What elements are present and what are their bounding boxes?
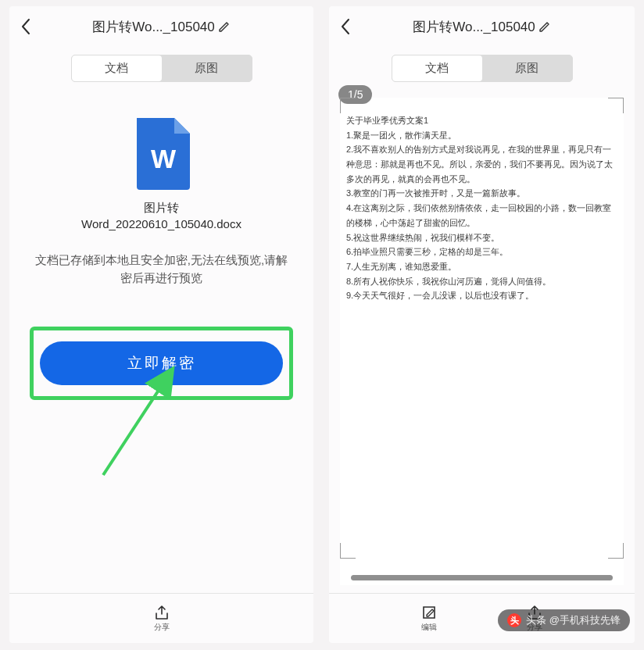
main-content: W 图片转 Word_20220610_105040.docx 文档已存储到本地… — [9, 85, 313, 593]
filename: 图片转 Word_20220610_105040.docx — [28, 199, 295, 232]
segment-control: 文档 原图 — [392, 55, 573, 82]
crop-corner — [340, 543, 356, 559]
crop-corner — [340, 98, 356, 113]
page-title: 图片转Wo..._105040 — [92, 18, 215, 36]
segment-control: 文档 原图 — [71, 55, 252, 82]
doc-line: 关于毕业季优秀文案1 — [346, 113, 617, 128]
doc-line: 3.教室的门再一次被推开时，又是一篇新故事。 — [346, 186, 617, 201]
right-screen: 图片转Wo..._105040 文档 原图 1/5 关于毕业季优秀文案11.聚是… — [329, 6, 635, 643]
doc-line: 9.今天天气很好，一会儿没课，以后也没有课了。 — [346, 288, 617, 303]
crop-corner — [608, 543, 624, 559]
scrollbar[interactable] — [351, 575, 613, 580]
doc-line: 6.拍毕业照只需要三秒，定格的却是三年。 — [346, 245, 617, 259]
doc-line: 4.在这离别之际，我们依然别情依依，走一回校园的小路，数一回教室的楼梯，心中荡起… — [346, 201, 617, 230]
tab-document[interactable]: 文档 — [72, 55, 162, 81]
tab-original[interactable]: 原图 — [162, 55, 252, 81]
bottom-bar: 分享 — [9, 593, 313, 643]
edit-button[interactable]: 编辑 — [420, 604, 438, 633]
watermark: 头 头条 @手机科技先锋 — [498, 609, 630, 631]
doc-line: 7.人生无别离，谁知恩爱重。 — [346, 259, 617, 274]
doc-line: 1.聚是一团火，散作满天星。 — [346, 128, 617, 143]
word-file-icon: W — [131, 118, 193, 190]
header: 图片转Wo..._105040 — [329, 6, 635, 47]
svg-text:W: W — [150, 144, 176, 173]
tab-document[interactable]: 文档 — [392, 55, 482, 81]
document-preview[interactable]: 1/5 关于毕业季优秀文案11.聚是一团火，散作满天星。2.我不喜欢别人的告别方… — [340, 98, 624, 585]
header: 图片转Wo..._105040 — [9, 6, 313, 47]
info-message: 文档已存储到本地且安全加密,无法在线预览,请解 密后再进行预览 — [28, 251, 295, 288]
edit-title-icon[interactable] — [538, 20, 551, 33]
doc-line: 8.所有人祝你快乐，我祝你山河历遍，觉得人间值得。 — [346, 274, 617, 289]
back-button[interactable] — [340, 18, 354, 35]
doc-line: 2.我不喜欢别人的告别方式是对我说再见，在我的世界里，再见只有一种意思：那就是再… — [346, 142, 617, 186]
back-button[interactable] — [20, 18, 34, 35]
highlight-annotation: 立即解密 — [30, 327, 293, 400]
watermark-icon: 头 — [507, 613, 521, 627]
share-button[interactable]: 分享 — [153, 604, 170, 633]
edit-title-icon[interactable] — [218, 20, 231, 33]
page-title: 图片转Wo..._105040 — [413, 18, 535, 36]
crop-corner — [608, 98, 624, 113]
document-text: 关于毕业季优秀文案11.聚是一团火，散作满天星。2.我不喜欢别人的告别方式是对我… — [340, 98, 624, 309]
tab-original[interactable]: 原图 — [482, 55, 572, 81]
left-screen: 图片转Wo..._105040 文档 原图 W 图片转 Word_20220 — [9, 6, 313, 643]
decrypt-button[interactable]: 立即解密 — [40, 341, 283, 385]
doc-line: 5.祝这世界继续热闹，祝我们模样不变。 — [346, 230, 617, 245]
